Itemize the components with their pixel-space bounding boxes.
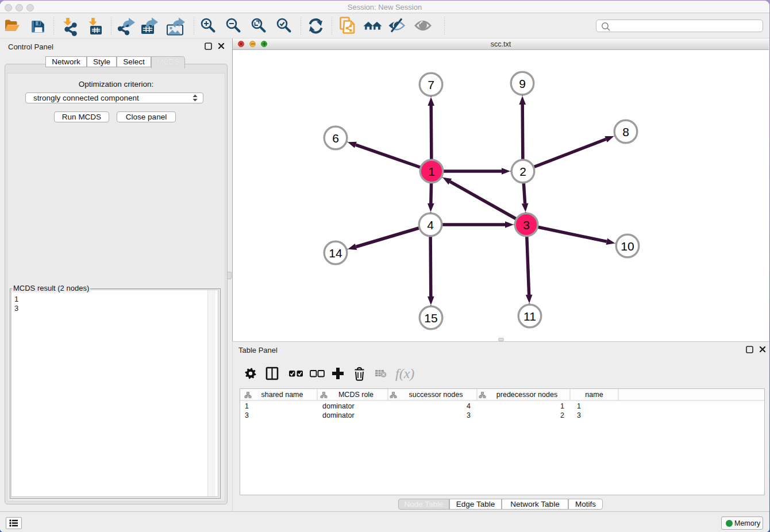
svg-text:1: 1 [245, 402, 249, 410]
svg-text:dominator: dominator [322, 411, 355, 419]
svg-text:MCDS role: MCDS role [338, 391, 374, 399]
svg-text:predecessor nodes: predecessor nodes [496, 391, 557, 399]
svg-text:6: 6 [332, 132, 339, 145]
svg-text:f(x): f(x) [395, 366, 414, 381]
svg-text:3: 3 [245, 411, 249, 419]
svg-text:7: 7 [428, 78, 434, 91]
svg-text:4: 4 [427, 218, 434, 232]
svg-text:successor nodes: successor nodes [409, 391, 463, 399]
svg-text:15: 15 [424, 311, 437, 325]
svg-text:3: 3 [467, 411, 471, 419]
svg-text:8: 8 [622, 125, 629, 138]
svg-text:2: 2 [519, 165, 526, 178]
svg-text:dominator: dominator [322, 402, 355, 410]
svg-text:1: 1 [428, 165, 435, 178]
svg-text:shared name: shared name [261, 391, 303, 399]
svg-text:9: 9 [519, 77, 526, 90]
svg-text:3: 3 [523, 218, 530, 232]
svg-text:4: 4 [467, 402, 471, 410]
svg-text:1: 1 [560, 402, 564, 410]
svg-text:2: 2 [560, 411, 564, 419]
svg-text:3: 3 [577, 411, 581, 419]
svg-text:14: 14 [329, 246, 342, 260]
svg-text:11: 11 [523, 310, 536, 323]
svg-text:name: name [585, 391, 603, 399]
svg-text:1: 1 [577, 402, 581, 410]
svg-text:10: 10 [621, 240, 634, 253]
